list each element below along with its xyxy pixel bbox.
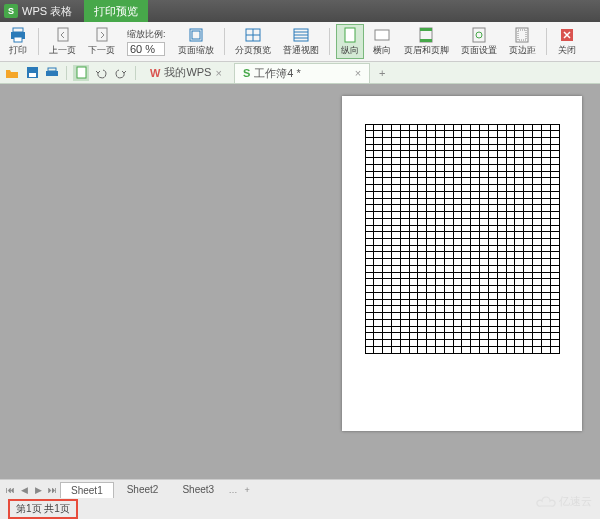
svg-rect-18 xyxy=(420,39,432,42)
save-button[interactable] xyxy=(24,65,40,81)
svg-rect-3 xyxy=(58,28,68,41)
landscape-button[interactable]: 横向 xyxy=(368,24,396,59)
title-bar: S WPS 表格 打印预览 xyxy=(0,0,600,22)
separator xyxy=(38,28,39,55)
svg-rect-25 xyxy=(29,73,36,77)
next-page-label: 下一页 xyxy=(88,44,115,57)
wps-doc-icon: W xyxy=(150,67,160,79)
page-prev-icon xyxy=(54,27,72,43)
svg-rect-4 xyxy=(97,28,107,41)
svg-rect-17 xyxy=(420,28,432,31)
doc-close-icon[interactable]: × xyxy=(215,67,221,79)
open-button[interactable] xyxy=(4,65,20,81)
doc-close-icon[interactable]: × xyxy=(355,67,361,79)
page-break-icon xyxy=(244,27,262,43)
close-icon xyxy=(558,27,576,43)
page-next-icon xyxy=(93,27,111,43)
normal-view-label: 普通视图 xyxy=(283,44,319,57)
next-page-button[interactable]: 下一页 xyxy=(84,24,119,59)
portrait-icon xyxy=(341,27,359,43)
spreadsheet-grid-preview xyxy=(365,124,560,354)
doc-tab-label: 工作簿4 * xyxy=(254,66,300,81)
separator xyxy=(224,28,225,55)
portrait-button[interactable]: 纵向 xyxy=(336,24,364,59)
normal-view-button[interactable]: 普通视图 xyxy=(279,24,323,59)
page-break-label: 分页预览 xyxy=(235,44,271,57)
svg-rect-15 xyxy=(375,30,389,40)
svg-rect-14 xyxy=(345,28,355,42)
svg-rect-19 xyxy=(473,28,485,42)
svg-point-20 xyxy=(476,32,482,38)
page-indicator: 第1页 共1页 xyxy=(8,499,78,519)
page-setup-icon xyxy=(470,27,488,43)
margins-label: 页边距 xyxy=(509,44,536,57)
zoom-value-input[interactable]: 60 % xyxy=(127,42,165,56)
sheet-nav-first[interactable]: ⏮ xyxy=(4,485,16,495)
landscape-label: 横向 xyxy=(373,44,391,57)
sheet-add-button[interactable]: + xyxy=(241,485,253,495)
margins-button[interactable]: 页边距 xyxy=(505,24,540,59)
portrait-label: 纵向 xyxy=(341,44,359,57)
page-break-preview-button[interactable]: 分页预览 xyxy=(231,24,275,59)
zoom-label: 缩放比例: xyxy=(127,28,166,41)
page-setup-button[interactable]: 页面设置 xyxy=(457,24,501,59)
print-quick-button[interactable] xyxy=(44,65,60,81)
watermark-text: 亿速云 xyxy=(559,494,592,509)
close-label: 关闭 xyxy=(558,44,576,57)
svg-rect-0 xyxy=(13,28,23,32)
page-preview xyxy=(342,96,582,431)
sheet-tab-1[interactable]: Sheet1 xyxy=(60,482,114,498)
svg-rect-27 xyxy=(46,71,58,76)
add-doc-button[interactable]: + xyxy=(374,65,390,81)
ribbon: 打印 上一页 下一页 缩放比例: 60 % 页面缩放 分页预览 普通视图 纵向 … xyxy=(0,22,600,62)
printer-icon xyxy=(9,27,27,43)
page-zoom-button[interactable]: 页面缩放 xyxy=(174,24,218,59)
separator xyxy=(135,66,136,80)
separator xyxy=(329,28,330,55)
preview-button[interactable] xyxy=(73,65,89,81)
sheet-tab-2[interactable]: Sheet2 xyxy=(116,481,170,498)
separator xyxy=(66,66,67,80)
sheet-tab-bar: ⏮ ◀ ▶ ⏭ Sheet1 Sheet2 Sheet3 … + xyxy=(0,479,600,499)
app-icon: S xyxy=(4,4,18,18)
separator xyxy=(546,28,547,55)
sheet-doc-icon: S xyxy=(243,67,250,79)
svg-rect-2 xyxy=(14,37,22,42)
page-zoom-label: 页面缩放 xyxy=(178,44,214,57)
preview-canvas xyxy=(0,84,600,479)
doc-tab-workbook[interactable]: S 工作簿4 * × xyxy=(234,63,370,83)
undo-button[interactable] xyxy=(93,65,109,81)
svg-rect-22 xyxy=(518,30,526,40)
landscape-icon xyxy=(373,27,391,43)
status-bar: 第1页 共1页 xyxy=(0,499,600,519)
svg-rect-6 xyxy=(192,31,200,39)
header-footer-icon xyxy=(417,27,435,43)
cloud-icon xyxy=(535,495,557,509)
doc-tab-mywps[interactable]: W 我的WPS × xyxy=(142,63,230,82)
app-name: WPS 表格 xyxy=(22,4,72,19)
svg-rect-28 xyxy=(77,67,86,78)
redo-button[interactable] xyxy=(113,65,129,81)
header-footer-label: 页眉和页脚 xyxy=(404,44,449,57)
sheet-nav-next[interactable]: ▶ xyxy=(32,485,44,495)
close-button[interactable]: 关闭 xyxy=(553,24,581,59)
sheet-tab-3[interactable]: Sheet3 xyxy=(171,481,225,498)
header-footer-button[interactable]: 页眉和页脚 xyxy=(400,24,453,59)
prev-page-button[interactable]: 上一页 xyxy=(45,24,80,59)
sheet-more-button[interactable]: … xyxy=(227,485,239,495)
prev-page-label: 上一页 xyxy=(49,44,76,57)
margins-icon xyxy=(513,27,531,43)
ribbon-tab-print-preview[interactable]: 打印预览 xyxy=(84,0,148,22)
doc-tab-label: 我的WPS xyxy=(164,65,211,80)
print-button[interactable]: 打印 xyxy=(4,24,32,59)
normal-view-icon xyxy=(292,27,310,43)
sheet-nav-last[interactable]: ⏭ xyxy=(46,485,58,495)
svg-rect-26 xyxy=(48,68,56,71)
quick-toolbar: W 我的WPS × S 工作簿4 * × + xyxy=(0,62,600,84)
print-label: 打印 xyxy=(9,44,27,57)
watermark: 亿速云 xyxy=(535,494,592,509)
page-zoom-icon xyxy=(187,27,205,43)
sheet-nav-prev[interactable]: ◀ xyxy=(18,485,30,495)
page-setup-label: 页面设置 xyxy=(461,44,497,57)
zoom-group: 缩放比例: 60 % xyxy=(123,24,170,59)
